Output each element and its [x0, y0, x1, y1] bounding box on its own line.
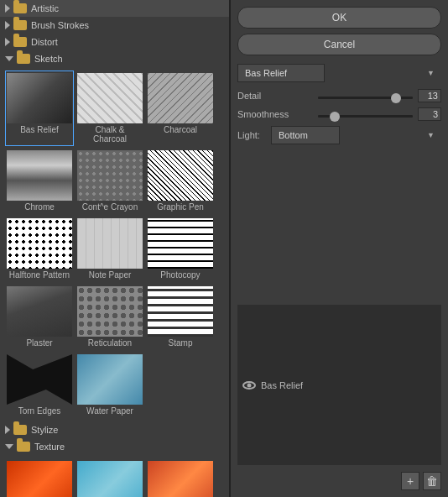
folder-icon: [13, 3, 27, 13]
group-texture[interactable]: Texture: [0, 438, 229, 455]
filter-plaster[interactable]: Plaster: [5, 284, 74, 350]
filter-thumbnail: [7, 461, 72, 497]
group-label: Brush Strokes: [31, 20, 89, 30]
filter-reticulation[interactable]: Reticulation: [76, 284, 144, 350]
detail-slider-wrap: [318, 91, 413, 101]
filter-water-paper[interactable]: Water Paper: [76, 352, 144, 418]
folder-icon: [13, 20, 27, 30]
light-select[interactable]: Bottom Top Left Right Top Left Top Right…: [271, 126, 340, 144]
group-sketch[interactable]: Sketch: [0, 50, 229, 67]
filter-conte-crayon[interactable]: Cont^e Crayon: [76, 148, 144, 214]
filter-craquelure[interactable]: Craquelure: [5, 458, 74, 497]
expand-icon: [5, 56, 13, 61]
filter-charcoal[interactable]: Charcoal: [146, 71, 215, 146]
collapse-icon: [5, 4, 10, 13]
group-label: Stylize: [31, 425, 58, 435]
filter-label: Plaster: [26, 338, 52, 348]
filter-note-paper[interactable]: Note Paper: [76, 216, 144, 282]
folder-icon: [17, 442, 30, 452]
filter-label: Halftone Pattern: [9, 270, 70, 280]
filter-thumbnail: [148, 73, 213, 123]
filter-label: Reticulation: [88, 338, 132, 348]
filter-thumbnail: [77, 286, 143, 337]
filter-label: Bas Relief: [20, 125, 59, 134]
filter-label: Water Paper: [86, 406, 133, 416]
filter-graphic-pen[interactable]: Graphic Pen: [146, 148, 215, 214]
filter-thumbnail: [77, 150, 143, 201]
filter-torn-edges[interactable]: Torn Edges: [5, 352, 74, 418]
settings-panel: OK Cancel Bas Relief Chalk & Charcoal Ch…: [231, 0, 448, 497]
filter-thumbnail: [77, 73, 143, 123]
filter-thumbnail: [148, 461, 213, 497]
light-dropdown-wrapper: Bottom Top Left Right Top Left Top Right…: [271, 126, 441, 144]
action-buttons: OK Cancel: [237, 7, 441, 55]
folder-icon: [17, 54, 30, 64]
filter-chalk-charcoal[interactable]: Chalk & Charcoal: [76, 71, 144, 146]
detail-label: Detail: [237, 91, 313, 101]
group-label: Distort: [31, 37, 58, 47]
filter-label: Note Paper: [89, 270, 132, 280]
filter-label: Photocopy: [160, 270, 200, 280]
filter-thumbnail: [77, 461, 143, 497]
filter-photocopy[interactable]: Photocopy: [146, 216, 215, 282]
smoothness-slider[interactable]: [318, 115, 413, 118]
filter-label: Torn Edges: [18, 406, 61, 416]
bottom-bar: + 🗑: [237, 468, 441, 490]
filter-thumbnail: [7, 218, 72, 269]
smoothness-param-row: Smoothness: [237, 107, 441, 121]
filter-label: Chrome: [24, 202, 55, 212]
expand-icon: [5, 444, 13, 449]
filter-grain[interactable]: Grain: [76, 458, 144, 497]
light-label: Light:: [237, 130, 271, 140]
filter-thumbnail: [7, 286, 72, 337]
smoothness-label: Smoothness: [237, 109, 313, 119]
trash-icon: 🗑: [426, 474, 438, 488]
cancel-button[interactable]: Cancel: [237, 34, 441, 55]
detail-slider[interactable]: [318, 97, 413, 99]
ok-button[interactable]: OK: [237, 7, 441, 29]
detail-param-row: Detail: [237, 89, 441, 102]
filter-bas-relief[interactable]: Bas Relief: [5, 71, 74, 146]
filter-halftone[interactable]: Halftone Pattern: [5, 216, 74, 282]
group-brushstrokes[interactable]: Brush Strokes: [0, 17, 229, 34]
filter-thumbnail: [148, 150, 213, 201]
light-row: Light: Bottom Top Left Right Top Left To…: [237, 126, 441, 144]
collapse-icon: [5, 21, 10, 29]
filter-thumbnail: [7, 354, 72, 405]
filter-label: Cont^e Crayon: [82, 202, 138, 212]
detail-value[interactable]: [418, 89, 441, 102]
group-stylize[interactable]: Stylize: [0, 421, 229, 438]
add-effect-button[interactable]: +: [401, 472, 419, 490]
filter-dropdown-row: Bas Relief Chalk & Charcoal Charcoal Chr…: [237, 64, 441, 82]
group-label: Sketch: [34, 54, 63, 64]
filter-label: Stamp: [169, 338, 193, 348]
group-label: Artistic: [31, 3, 59, 13]
filter-thumbnail: [77, 218, 143, 269]
visibility-icon[interactable]: [242, 381, 256, 390]
filter-chrome[interactable]: Chrome: [5, 148, 74, 214]
filter-thumbnail: [148, 218, 213, 269]
delete-effect-button[interactable]: 🗑: [423, 472, 441, 490]
filter-thumbnail: [77, 354, 143, 405]
texture-filter-grid: Craquelure Grain Mosaic Tiles: [0, 455, 229, 497]
collapse-icon: [5, 38, 10, 46]
layer-label: Bas Relief: [261, 380, 303, 390]
filter-dropdown-wrapper: Bas Relief Chalk & Charcoal Charcoal Chr…: [237, 64, 441, 82]
group-label: Texture: [34, 442, 65, 452]
collapse-icon: [5, 426, 10, 434]
group-distort[interactable]: Distort: [0, 34, 229, 50]
plus-icon: +: [407, 474, 414, 488]
filter-thumbnail: [148, 286, 213, 337]
filter-stamp[interactable]: Stamp: [146, 284, 215, 350]
filter-list-panel[interactable]: Artistic Brush Strokes Distort Sketch Ba…: [0, 0, 231, 497]
sketch-filter-grid: Bas Relief Chalk & Charcoal Charcoal Chr…: [0, 67, 229, 421]
smoothness-value[interactable]: [418, 107, 441, 121]
filter-label: Graphic Pen: [157, 202, 204, 212]
filter-mosaic-tiles[interactable]: Mosaic Tiles: [146, 458, 215, 497]
folder-icon: [13, 425, 27, 435]
layer-preview-area: Bas Relief: [237, 305, 441, 465]
filter-label: Chalk & Charcoal: [78, 125, 142, 144]
group-artistic[interactable]: Artistic: [0, 0, 229, 17]
filter-label: Charcoal: [164, 125, 197, 134]
filter-select[interactable]: Bas Relief Chalk & Charcoal Charcoal Chr…: [237, 64, 325, 82]
